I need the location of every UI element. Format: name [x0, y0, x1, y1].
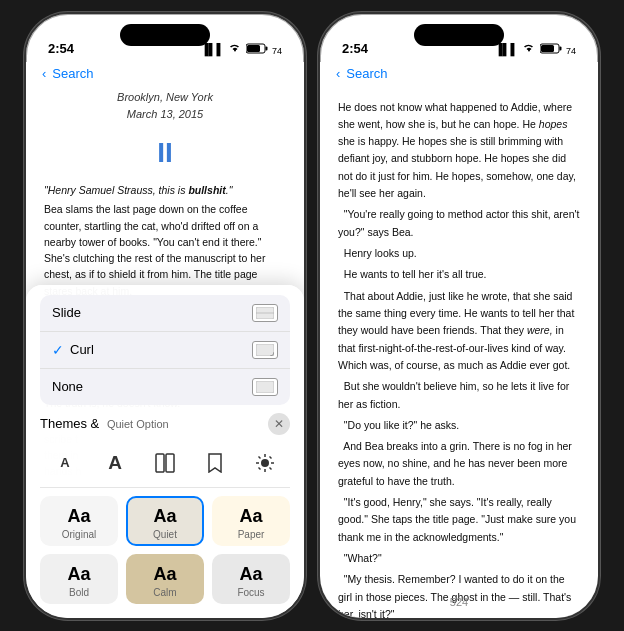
theme-bold-aa: Aa [67, 564, 90, 585]
right-para-10: "What?" [338, 550, 580, 567]
theme-paper-label: Paper [238, 529, 265, 540]
book-para-1: "Henry Samuel Strauss, this is bullshit.… [44, 182, 286, 198]
theme-original[interactable]: Aa Original [40, 496, 118, 546]
left-phone: 2:54 ▐▌▌ 74 ‹ Search [24, 12, 306, 620]
right-phone-content: ‹ Search He does not know what happened … [320, 62, 598, 618]
scroll-slide-label: Slide [52, 305, 81, 320]
left-phone-inner: 2:54 ▐▌▌ 74 ‹ Search [26, 14, 304, 618]
back-arrow-left[interactable]: ‹ [42, 66, 46, 81]
theme-quiet-label: Quiet [153, 529, 177, 540]
signal-icon: ▐▌▌ [201, 43, 224, 55]
theme-paper-aa: Aa [239, 506, 262, 527]
svg-rect-5 [256, 344, 274, 356]
signal-icon-right: ▐▌▌ [495, 43, 518, 55]
time-left: 2:54 [48, 41, 74, 56]
svg-rect-20 [541, 45, 554, 52]
svg-rect-8 [166, 454, 174, 472]
search-bar-right[interactable]: ‹ Search [320, 62, 598, 89]
svg-rect-19 [560, 46, 562, 50]
wifi-icon-right [522, 43, 536, 55]
right-para-2: "You're really going to method actor thi… [338, 206, 580, 241]
theme-original-aa: Aa [67, 506, 90, 527]
theme-calm[interactable]: Aa Calm [126, 554, 204, 604]
bookmark-button[interactable] [199, 447, 231, 479]
status-icons-left: ▐▌▌ 74 [201, 43, 282, 56]
right-para-6: But she wouldn't believe him, so he lets… [338, 378, 580, 413]
search-bar-left[interactable]: ‹ Search [26, 62, 304, 89]
curl-checkmark: ✓ [52, 342, 64, 358]
right-para-9: "It's good, Henry," she says. "It's real… [338, 494, 580, 546]
battery-icon: 74 [246, 43, 282, 56]
brightness-button[interactable] [249, 447, 281, 479]
right-phone: 2:54 ▐▌▌ 74 ‹ Search [318, 12, 600, 620]
svg-rect-1 [266, 46, 268, 50]
status-icons-right: ▐▌▌ 74 [495, 43, 576, 56]
svg-line-14 [259, 456, 261, 458]
font-size-decrease-button[interactable]: A [49, 447, 81, 479]
svg-rect-6 [256, 381, 274, 393]
curl-icon [252, 341, 278, 359]
font-size-increase-button[interactable]: A [99, 447, 131, 479]
book-date: March 13, 2015 [44, 106, 286, 123]
quiet-option-label: Quiet Option [107, 418, 169, 430]
book-header: Brooklyn, New York March 13, 2015 [44, 89, 286, 123]
none-icon [252, 378, 278, 396]
time-right: 2:54 [342, 41, 368, 56]
right-para-3: Henry looks up. [338, 245, 580, 262]
svg-rect-2 [247, 45, 260, 52]
dynamic-island-right [414, 24, 504, 46]
toolbar-row: A A [40, 441, 290, 488]
page-number: 524 [450, 596, 468, 608]
theme-calm-aa: Aa [153, 564, 176, 585]
scroll-option-curl[interactable]: ✓ Curl [40, 332, 290, 369]
svg-line-17 [259, 467, 261, 469]
chapter-number: II [44, 131, 286, 174]
right-para-8: And Bea breaks into a grin. There is no … [338, 438, 580, 490]
right-para-1: He does not know what happened to Addie,… [338, 99, 580, 203]
theme-focus-aa: Aa [239, 564, 262, 585]
close-button[interactable]: ✕ [268, 413, 290, 435]
themes-label: Themes & Quiet Option [40, 416, 169, 431]
overlay-panel: Slide ✓ Curl [26, 285, 304, 618]
right-para-5: That about Addie, just like he wrote, th… [338, 288, 580, 375]
scroll-curl-label: Curl [70, 342, 94, 357]
right-para-7: "Do you like it?" he asks. [338, 417, 580, 434]
book-text-right: He does not know what happened to Addie,… [320, 89, 598, 618]
right-phone-inner: 2:54 ▐▌▌ 74 ‹ Search [320, 14, 598, 618]
theme-grid: Aa Original Aa Quiet Aa [40, 496, 290, 604]
theme-bold-label: Bold [69, 587, 89, 598]
theme-quiet[interactable]: Aa Quiet [126, 496, 204, 546]
svg-rect-7 [156, 454, 164, 472]
back-arrow-right[interactable]: ‹ [336, 66, 340, 81]
theme-focus[interactable]: Aa Focus [212, 554, 290, 604]
battery-icon-right: 74 [540, 43, 576, 56]
theme-bold[interactable]: Aa Bold [40, 554, 118, 604]
search-label-right[interactable]: Search [346, 66, 387, 81]
left-phone-content: ‹ Search Brooklyn, New York March 13, 20… [26, 62, 304, 618]
right-para-4: He wants to tell her it's all true. [338, 266, 580, 283]
theme-original-label: Original [62, 529, 96, 540]
phones-container: 2:54 ▐▌▌ 74 ‹ Search [14, 2, 610, 630]
book-location: Brooklyn, New York [44, 89, 286, 106]
scroll-options: Slide ✓ Curl [40, 295, 290, 405]
scroll-option-none[interactable]: None [40, 369, 290, 405]
svg-line-16 [270, 456, 272, 458]
svg-point-9 [261, 459, 269, 467]
themes-options-row: Themes & Quiet Option ✕ [40, 413, 290, 435]
svg-line-15 [270, 467, 272, 469]
theme-quiet-aa: Aa [153, 506, 176, 527]
search-label-left[interactable]: Search [52, 66, 93, 81]
columns-button[interactable] [149, 447, 181, 479]
theme-focus-label: Focus [237, 587, 264, 598]
scroll-option-slide[interactable]: Slide [40, 295, 290, 332]
wifi-icon [228, 43, 242, 55]
theme-calm-label: Calm [153, 587, 176, 598]
slide-icon [252, 304, 278, 322]
right-para-11: "My thesis. Remember? I wanted to do it … [338, 571, 580, 617]
dynamic-island-left [120, 24, 210, 46]
theme-paper[interactable]: Aa Paper [212, 496, 290, 546]
scroll-none-label: None [52, 379, 83, 394]
